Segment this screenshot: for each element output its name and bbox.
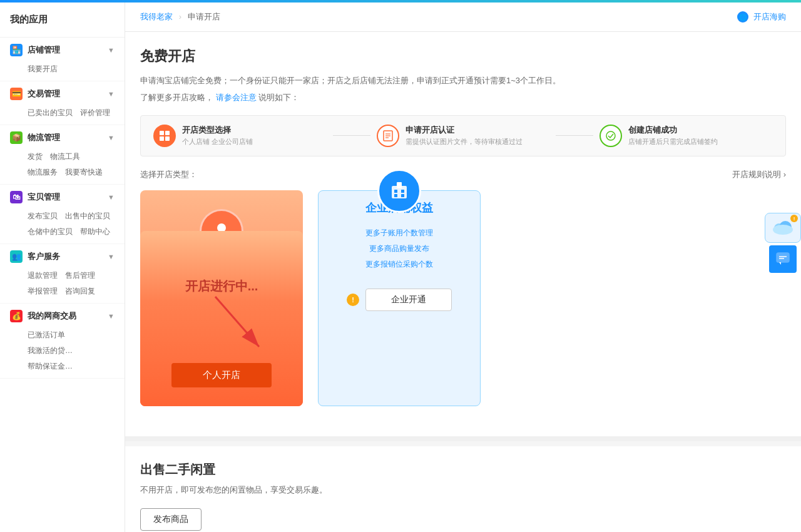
sidebar-item-deposit[interactable]: 帮助保证金… [28,360,73,373]
sidebar-item-loan[interactable]: 我激活的贷… [28,344,73,357]
sidebar-item-express[interactable]: 我要寄快递 [65,166,103,179]
sidebar-item-logistics-tools[interactable]: 物流工具 [50,150,80,163]
step-3: 创建店铺成功 店铺开通后只需完成店铺签约 [599,125,773,147]
sidebar-section-trade-label: 交易管理 [28,88,60,100]
sidebar-item-helpcenter[interactable]: 帮助中心 [80,225,110,238]
step-1-title: 开店类型选择 [182,125,253,136]
svg-line-10 [215,297,259,347]
sidebar-sub-customer: 退款管理 售后管理 举报管理 咨询回复 [0,269,125,303]
desc-link[interactable]: 请参会注意 [216,93,257,102]
chevron-down-icon-5: ▼ [108,253,115,260]
warning-icon: ! [347,294,359,306]
enterprise-card-body: 企业店铺权益 更多子账用个数管理 更多商品购量发布 更多报销位采购个数 ! 企业… [319,200,480,330]
sidebar-title: 我的应用 [0,3,125,38]
breadcrumb-separator: › [179,12,184,21]
enterprise-benefits: 更多子账用个数管理 更多商品购量发布 更多报销位采购个数 [331,228,467,270]
sidebar-section-logistics: 📦 物流管理 ▼ 发货 物流工具 物流服务 我要寄快递 [0,125,125,185]
breadcrumb-home[interactable]: 我得老家 [140,12,173,21]
main-content: 我得老家 › 申请开店 🌐 开店海购 免费开店 申请淘宝店铺完全免费；一个身份证… [125,3,801,532]
section-gap [125,436,801,441]
store-icon: 🏪 [10,44,23,56]
step-divider-1 [333,135,370,136]
sidebar-section-myalipay: 💰 我的网商交易 ▼ 已激活订单 我激活的贷… 帮助保证金… [0,304,125,379]
sidebar-item-onsale[interactable]: 出售中的宝贝 [65,210,110,223]
step-3-title: 创建店铺成功 [628,125,718,136]
type-label-text: 选择开店类型： [140,169,197,180]
svg-rect-23 [777,253,789,262]
header-right[interactable]: 🌐 开店海购 [737,11,786,23]
sidebar-section-trade-header[interactable]: 💳 交易管理 ▼ [0,81,125,106]
sidebar-item-sold[interactable]: 已卖出的宝贝 [28,106,73,120]
enterprise-benefit-2: 更多商品购量发布 [331,243,467,254]
sidebar-section-items-header[interactable]: 🛍 宝贝管理 ▼ [0,185,125,210]
step-1-icon [153,125,176,147]
sidebar-item-publish[interactable]: 发布宝贝 [28,210,58,223]
svg-point-8 [606,131,615,140]
svg-rect-0 [160,131,164,135]
enterprise-avatar [377,169,421,213]
sidebar-item-report[interactable]: 举报管理 [28,285,58,298]
float-chat-btn[interactable] [769,245,797,273]
sidebar-item-refund[interactable]: 退款管理 [28,269,58,282]
svg-rect-17 [394,194,397,197]
second-title: 出售二手闲置 [140,461,786,478]
step-3-icon [599,125,622,147]
type-right-link[interactable]: 开店规则说明 › [732,169,786,180]
sidebar-item-ship[interactable]: 发货 [28,150,43,163]
step-2-title: 申请开店认证 [406,125,523,136]
float-right-panel: ! [765,213,801,273]
sidebar-item-open-store[interactable]: 我要开店 [28,63,115,76]
second-desc: 不用开店，即可发布您的闲置物品，享受交易乐趣。 [140,484,786,496]
step-1-text: 开店类型选择 个人店铺 企业公司店铺 [182,125,253,146]
publish-btn[interactable]: 发布商品 [140,508,202,531]
page-title: 免费开店 [140,47,786,66]
enterprise-card: 企业店铺权益 更多子账用个数管理 更多商品购量发布 更多报销位采购个数 ! 企业… [318,190,481,406]
sidebar-sub-myalipay: 已激活订单 我激活的贷… 帮助保证金… [0,329,125,378]
sidebar-item-logistics-service[interactable]: 物流服务 [28,166,58,179]
sidebar-section-customer-header[interactable]: 👥 客户服务 ▼ [0,244,125,269]
step-3-desc: 店铺开通后只需完成店铺签约 [628,137,718,146]
step-2-icon [377,125,399,147]
sidebar-section-items: 🛍 宝贝管理 ▼ 发布宝贝 出售中的宝贝 仓储中的宝贝 帮助中心 [0,185,125,244]
sidebar-item-activated[interactable]: 已激活订单 [28,329,65,342]
step-1-desc: 个人店铺 企业公司店铺 [182,137,253,146]
sidebar-sub-logistics: 发货 物流工具 物流服务 我要寄快递 [0,150,125,184]
arrow-svg [203,284,284,366]
sidebar-item-aftersale[interactable]: 售后管理 [65,269,95,282]
sidebar-section-trade: 💳 交易管理 ▼ 已卖出的宝贝 评价管理 [0,81,125,125]
page-desc-line1: 申请淘宝店铺完全免费；一个身份证只能开一家店；开店之后店铺无法注册，申请到正式开… [140,73,786,88]
chevron-down-icon-3: ▼ [108,134,115,141]
sidebar-section-store: 🏪 店铺管理 ▼ 我要开店 [0,38,125,81]
trade-icon: 💳 [10,88,23,100]
arrow-container [203,284,284,367]
svg-rect-18 [401,194,404,197]
chevron-down-icon-2: ▼ [108,90,115,98]
sidebar-sub-items: 发布宝贝 出售中的宝贝 仓储中的宝贝 帮助中心 [0,210,125,243]
step-1: 开店类型选择 个人店铺 企业公司店铺 [153,125,327,147]
sidebar-item-warehouse[interactable]: 仓储中的宝贝 [28,225,73,238]
chat-icon [776,252,790,266]
sidebar-sub-trade: 已卖出的宝贝 评价管理 [0,106,125,125]
step-3-text: 创建店铺成功 店铺开通后只需完成店铺签约 [628,125,718,146]
sidebar-section-customer: 👥 客户服务 ▼ 退款管理 售后管理 举报管理 咨询回复 [0,244,125,304]
chevron-down-icon: ▼ [108,46,115,54]
step-2-desc: 需提供认证图片文件，等待审核通过过 [406,137,523,146]
sidebar: 我的应用 🏪 店铺管理 ▼ 我要开店 💳 交易管理 ▼ [0,3,125,532]
customer-icon: 👥 [10,250,23,263]
globe-icon: 🌐 [737,11,748,23]
sidebar-item-review[interactable]: 评价管理 [80,106,110,120]
svg-rect-2 [160,136,164,141]
notification-badge: ! [790,215,798,222]
desc-text: 了解更多开店攻略， [140,93,213,102]
sidebar-section-store-header[interactable]: 🏪 店铺管理 ▼ [0,38,125,63]
main-header: 我得老家 › 申请开店 🌐 开店海购 [125,3,801,32]
steps-bar: 开店类型选择 个人店铺 企业公司店铺 [140,115,786,156]
sidebar-section-logistics-header[interactable]: 📦 物流管理 ▼ [0,125,125,150]
sidebar-section-store-label: 店铺管理 [28,44,60,56]
enterprise-open-btn[interactable]: 企业开通 [365,289,452,311]
cards-row: 开店进行中... 个人开店 [140,190,786,406]
sidebar-section-myalipay-header[interactable]: 💰 我的网商交易 ▼ [0,304,125,329]
enterprise-benefit-3: 更多报销位采购个数 [331,259,467,270]
content-body: 免费开店 申请淘宝店铺完全免费；一个身份证只能开一家店；开店之后店铺无法注册，申… [125,32,801,436]
sidebar-item-consult[interactable]: 咨询回复 [65,285,95,298]
